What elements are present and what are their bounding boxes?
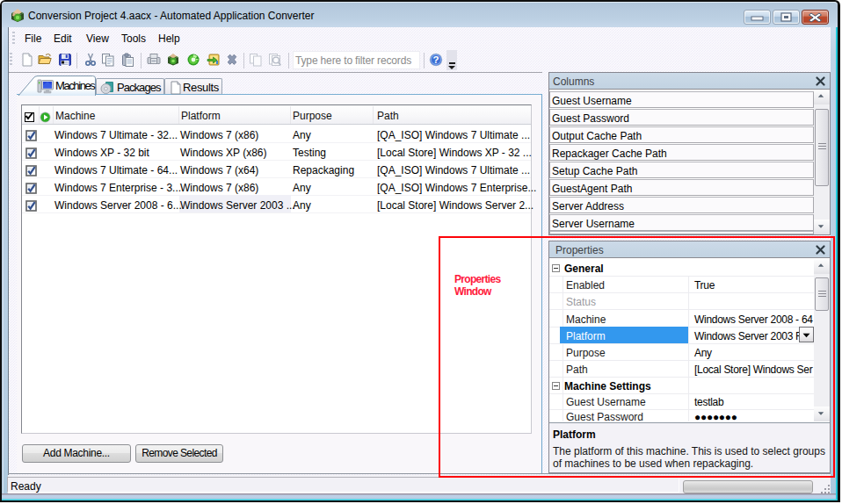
svg-text:?: ? [432,54,439,65]
